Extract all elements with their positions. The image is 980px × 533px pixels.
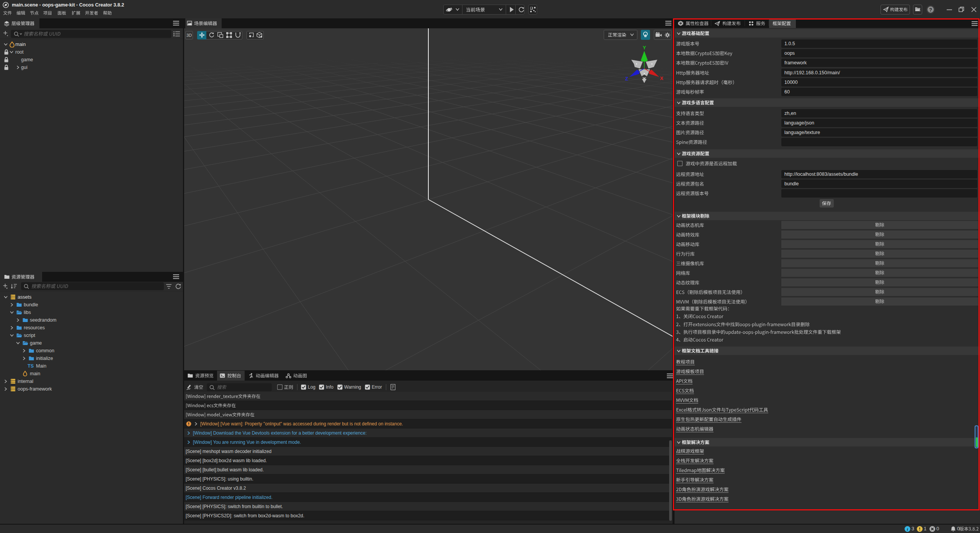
svg-text:?: ? [929,7,932,13]
